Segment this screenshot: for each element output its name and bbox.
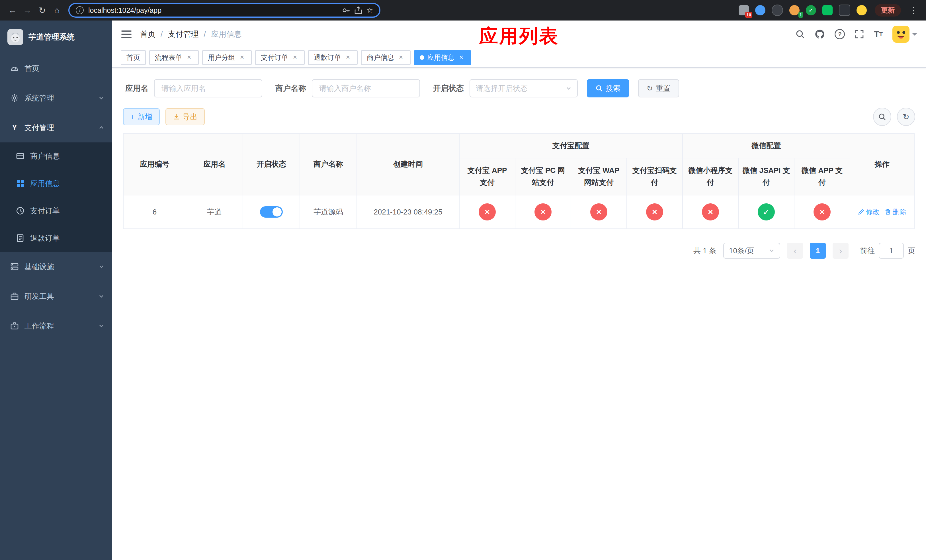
page-number-button[interactable]: 1: [810, 243, 826, 259]
col-merchant: 商户名称: [300, 133, 357, 195]
sidebar-item-refund-order[interactable]: 退款订单: [0, 224, 112, 252]
page-size-select[interactable]: 10条/页: [723, 243, 780, 259]
refresh-button[interactable]: ↻: [897, 107, 915, 126]
font-size-icon[interactable]: TT: [874, 29, 883, 39]
tab-close-icon[interactable]: ×: [397, 53, 405, 62]
fullscreen-icon[interactable]: [855, 29, 864, 39]
sidebar-item-merchant-info[interactable]: 商户信息: [0, 142, 112, 170]
check-glyph: ✓: [809, 7, 814, 14]
export-button[interactable]: 导出: [165, 108, 205, 125]
tab-refund-order[interactable]: 退款订单 ×: [308, 50, 358, 65]
order-icon: [15, 206, 25, 215]
tab-payment-order[interactable]: 支付订单 ×: [255, 50, 305, 65]
sidebar-item-label: 系统管理: [24, 93, 54, 103]
forward-button[interactable]: →: [21, 3, 34, 17]
grid-icon: [15, 179, 25, 188]
home-button[interactable]: ⌂: [50, 3, 64, 17]
update-button[interactable]: 更新: [875, 4, 901, 17]
tab-close-icon[interactable]: ×: [457, 53, 465, 62]
config-indicator-alipay-wap: ×: [590, 203, 607, 221]
config-indicator-wechat-app: ×: [814, 203, 831, 221]
tab-user-group[interactable]: 用户分组 ×: [202, 50, 252, 65]
breadcrumb-payment[interactable]: 支付管理: [168, 29, 199, 39]
site-info-icon[interactable]: i: [76, 6, 84, 14]
browser-menu-button[interactable]: ⋮: [906, 3, 920, 17]
sidebar-item-payment-order[interactable]: 支付订单: [0, 197, 112, 224]
breadcrumb-home[interactable]: 首页: [140, 29, 156, 39]
chevron-down-icon: [98, 264, 104, 269]
extension-blue-icon[interactable]: [755, 5, 766, 15]
key-icon[interactable]: [342, 6, 350, 14]
breadcrumb-current: 应用信息: [211, 29, 242, 39]
edit-link[interactable]: 修改: [858, 207, 879, 216]
sidebar: 芋道管理系统 首页 系统管理 ¥ 支付管理: [0, 21, 112, 560]
extension-dark-icon[interactable]: [772, 5, 783, 16]
active-dot: [420, 55, 424, 60]
search-icon[interactable]: [795, 29, 805, 39]
extension-pin-icon[interactable]: [839, 5, 850, 16]
config-indicator-wechat-mini: ×: [702, 203, 719, 221]
next-page-button[interactable]: ›: [832, 243, 849, 259]
breadcrumb: 首页 / 支付管理 / 应用信息: [140, 29, 242, 39]
cell-app-id: 6: [123, 195, 186, 229]
tab-app-info[interactable]: 应用信息 ×: [414, 50, 471, 65]
extension-avatar-icon[interactable]: 1: [789, 5, 800, 15]
tab-close-icon[interactable]: ×: [238, 53, 246, 62]
app-logo: 芋道管理系统: [0, 21, 112, 53]
status-select[interactable]: 请选择开启状态: [469, 79, 578, 97]
sidebar-item-dev-tools[interactable]: 研发工具: [0, 282, 112, 311]
app-name-input[interactable]: [154, 79, 262, 97]
extension-emoji-icon[interactable]: [856, 5, 867, 15]
tab-close-icon[interactable]: ×: [291, 53, 299, 62]
chevron-down-icon: [98, 294, 104, 299]
sidebar-item-home[interactable]: 首页: [0, 53, 112, 83]
browser-toolbar: ← → ↻ ⌂ i localhost:1024/pay/app ☆ 10 1 …: [0, 0, 926, 21]
delete-link[interactable]: 删除: [885, 207, 906, 216]
gear-icon: [10, 94, 20, 102]
extension-check-icon[interactable]: ✓: [806, 5, 816, 15]
sidebar-item-label: 退款订单: [30, 233, 60, 243]
extension-puzzle-icon[interactable]: 10: [738, 5, 749, 15]
address-bar[interactable]: i localhost:1024/pay/app ☆: [68, 3, 380, 18]
merchant-name-input[interactable]: [312, 79, 420, 97]
help-icon[interactable]: ?: [835, 29, 845, 39]
home-icon: ⌂: [54, 5, 59, 15]
bookmark-star-icon[interactable]: ☆: [366, 6, 373, 15]
search-button[interactable]: 搜索: [587, 79, 629, 97]
sidebar-item-infrastructure[interactable]: 基础设施: [0, 252, 112, 282]
add-button[interactable]: + 新增: [123, 108, 160, 125]
briefcase-icon: [10, 322, 20, 330]
avatar-dropdown[interactable]: [893, 26, 917, 43]
page-size-value: 10条/页: [729, 246, 754, 256]
tab-merchant-info[interactable]: 商户信息 ×: [361, 50, 411, 65]
col-alipay-pc: 支付宝 PC 网站支付: [515, 158, 571, 195]
tab-process-form[interactable]: 流程表单 ×: [149, 50, 199, 65]
back-button[interactable]: ←: [6, 3, 20, 17]
prev-page-button[interactable]: ‹: [787, 243, 803, 259]
extension-wechat-icon[interactable]: [822, 5, 832, 15]
sidebar-item-label: 支付管理: [24, 123, 54, 133]
sidebar-item-payment[interactable]: ¥ 支付管理: [0, 113, 112, 142]
sidebar-item-app-info[interactable]: 应用信息: [0, 170, 112, 197]
share-icon[interactable]: [354, 6, 362, 14]
goto-page-input[interactable]: [879, 243, 904, 259]
reset-button[interactable]: ↻ 重置: [638, 79, 679, 97]
reload-button[interactable]: ↻: [35, 3, 49, 17]
search-icon: [595, 85, 603, 92]
status-toggle[interactable]: [260, 206, 283, 218]
sidebar-item-workflow[interactable]: 工作流程: [0, 311, 112, 341]
config-indicator-alipay-pc: ×: [534, 203, 552, 221]
sidebar-item-label: 基础设施: [24, 262, 54, 272]
github-icon[interactable]: [815, 29, 825, 39]
yen-icon: ¥: [10, 123, 20, 132]
col-wechat-app: 微信 APP 支付: [794, 158, 850, 195]
tab-close-icon[interactable]: ×: [185, 53, 193, 62]
collapse-sidebar-button[interactable]: [121, 30, 132, 38]
url-text: localhost:1024/pay/app: [88, 6, 162, 15]
toggle-search-button[interactable]: [873, 107, 891, 126]
tab-label: 首页: [126, 53, 140, 62]
sidebar-item-system[interactable]: 系统管理: [0, 83, 112, 113]
col-status: 开启状态: [243, 133, 300, 195]
tab-close-icon[interactable]: ×: [344, 53, 352, 62]
tab-home[interactable]: 首页: [121, 50, 146, 65]
